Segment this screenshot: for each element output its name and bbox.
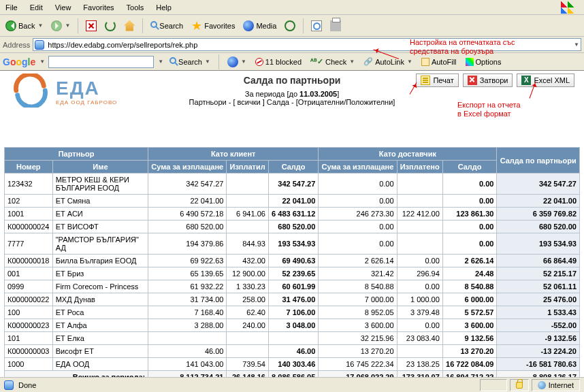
cell-number: К000000022 [5, 293, 53, 306]
cell-client-paid: 240.00 [227, 319, 268, 332]
cell-client-balance [268, 332, 318, 345]
history-button[interactable] [282, 20, 298, 32]
google-earth-button[interactable]: ▼ [225, 56, 249, 68]
cell-client-paid [227, 174, 268, 195]
back-button[interactable]: Back ▼ [3, 20, 46, 32]
cell-supplier-due: 7 000.00 [319, 293, 397, 306]
action-buttons: Печат Затвори XExcel XML [416, 74, 574, 87]
th-as-client: Като клиент [148, 148, 319, 161]
cell-supplier-balance: 8 540.88 [442, 280, 497, 293]
google-logo[interactable]: Google [3, 56, 35, 67]
refresh-button[interactable] [102, 20, 118, 32]
autolink-icon: 🔗 [363, 57, 373, 66]
cell-supplier-paid: 23 083.40 [397, 332, 442, 345]
status-text: Done [18, 381, 36, 389]
menu-view[interactable]: View [52, 2, 74, 13]
cell-supplier-balance: 5 572.57 [442, 306, 497, 319]
cell-supplier-balance: 0.00 [442, 233, 497, 255]
cell-supplier-due: 32 215.96 [319, 332, 397, 345]
excel-export-button[interactable]: XExcel XML [517, 74, 574, 87]
cell-supplier-balance: 6 000.00 [442, 293, 497, 306]
cell-supplier-balance: 16 722 084.09 [442, 358, 497, 371]
cell-client-paid: 12 900.00 [227, 267, 268, 280]
th-saldo: Салдо [268, 161, 318, 174]
table-row: К000000003Висофт ЕТ46.0046.0013 270.2013… [5, 345, 580, 358]
cell-total: 680 520.00 [497, 220, 580, 233]
cell-total: 52 061.11 [497, 280, 580, 293]
print-report-button[interactable]: Печат [416, 74, 458, 87]
print-icon [421, 76, 430, 85]
cell-client-paid [227, 345, 268, 358]
menu-tools[interactable]: Tools [124, 2, 147, 13]
google-options-button[interactable]: Options [463, 57, 504, 67]
menu-edit[interactable]: Edit [27, 2, 46, 13]
company-subtitle: ЕДА ООД ГАБРОВО [56, 99, 117, 105]
google-toolbar: Google▼ ▼ Search▼ ▼ 11 blocked ᴬᴮ✓Check▼… [0, 53, 584, 71]
cell-name: Билла България ЕООД [52, 255, 148, 267]
cell-client-balance: 193 534.93 [268, 233, 318, 255]
favorites-button[interactable]: ★ Favorites [189, 20, 238, 31]
forward-button[interactable]: ▼ [48, 20, 73, 32]
cell-client-paid: 432.00 [227, 255, 268, 267]
google-search-input[interactable] [48, 56, 154, 68]
google-autolink-button[interactable]: 🔗AutoLink▼ [361, 56, 415, 67]
search-button[interactable]: Search [148, 21, 186, 31]
cell-supplier-paid: 122 412.00 [397, 208, 442, 220]
cell-name: ЕТ Роса [52, 306, 148, 319]
cell-client-due: 46.00 [148, 345, 227, 358]
table-row: 102ЕТ Смяна22 041.0022 041.000.000.0022 … [5, 195, 580, 208]
status-bar: Done Internet [0, 377, 584, 392]
google-search-button[interactable]: Search▼ [167, 57, 213, 67]
print-preview-button[interactable] [308, 20, 325, 32]
google-blocked-button[interactable]: 11 blocked [253, 57, 304, 67]
menu-bar: File Edit View Favorites Tools Help [0, 0, 584, 15]
page-icon [4, 380, 14, 390]
home-button[interactable] [121, 20, 137, 32]
browser-toolbar: Back ▼ ▼ Search ★ Favorites Media [0, 15, 584, 37]
cell-client-balance: 22 041.00 [268, 195, 318, 208]
table-row: К000000024ЕТ ВИСОФТ680 520.00680 520.000… [5, 220, 580, 233]
cell-name: "РАМСТОР БЪЛГАРИЯ" АД [52, 233, 148, 255]
google-check-button[interactable]: ᴬᴮ✓Check▼ [308, 56, 357, 67]
cell-client-due: 7 168.40 [148, 306, 227, 319]
th-amount-due: Сума за изплащане [319, 161, 397, 174]
globe-icon [227, 56, 238, 67]
search-icon [150, 21, 157, 28]
cell-client-due: 3 288.00 [148, 319, 227, 332]
table-row: К000000023ЕТ Алфа3 288.00240.003 048.003… [5, 319, 580, 332]
google-autofill-button[interactable]: AutoFill [419, 57, 459, 67]
cell-client-due: 61 932.22 [148, 280, 227, 293]
th-number: Номер [5, 161, 53, 174]
company-logo: ЕДА ЕДА ООД ГАБРОВО [11, 74, 117, 109]
cell-supplier-paid [397, 195, 442, 208]
th-paid-out: Изплатил [227, 161, 268, 174]
cell-total: -9 132.56 [497, 332, 580, 345]
history-icon [285, 20, 295, 31]
cell-client-balance: 46.00 [268, 345, 318, 358]
cell-supplier-due: 16 745 222.34 [319, 358, 397, 371]
cell-client-balance: 31 476.00 [268, 293, 318, 306]
globe-icon [538, 381, 546, 389]
address-input[interactable] [46, 40, 573, 50]
close-report-button[interactable]: Затвори [463, 74, 513, 87]
cell-client-balance: 3 048.00 [268, 319, 318, 332]
table-row: К000000018Билла България ЕООД69 922.6343… [5, 255, 580, 267]
search-icon [169, 57, 176, 64]
chevron-down-icon[interactable]: ▼ [574, 42, 579, 48]
menu-favorites[interactable]: Favorites [80, 2, 116, 13]
cell-supplier-due: 0.00 [319, 174, 397, 195]
cell-name: ЕДА ООД [52, 358, 148, 371]
table-row: 1001ЕТ АСИ6 490 572.186 941.066 483 631.… [5, 208, 580, 220]
cell-name: ЕТ Елка [52, 332, 148, 345]
table-row: 7777"РАМСТОР БЪЛГАРИЯ" АД194 379.86844.9… [5, 233, 580, 255]
stop-icon [86, 20, 97, 31]
menu-help[interactable]: Help [153, 2, 174, 13]
cell-name: ЕТ Алфа [52, 319, 148, 332]
print-button[interactable] [327, 20, 344, 32]
stop-button[interactable] [83, 20, 99, 32]
address-input-wrapper[interactable]: ▼ [33, 38, 581, 51]
menu-file[interactable]: File [3, 2, 20, 13]
media-icon [243, 20, 254, 31]
report-header: ЕДА ЕДА ООД ГАБРОВО Салда по партньори З… [4, 74, 580, 106]
media-button[interactable]: Media [240, 20, 279, 32]
